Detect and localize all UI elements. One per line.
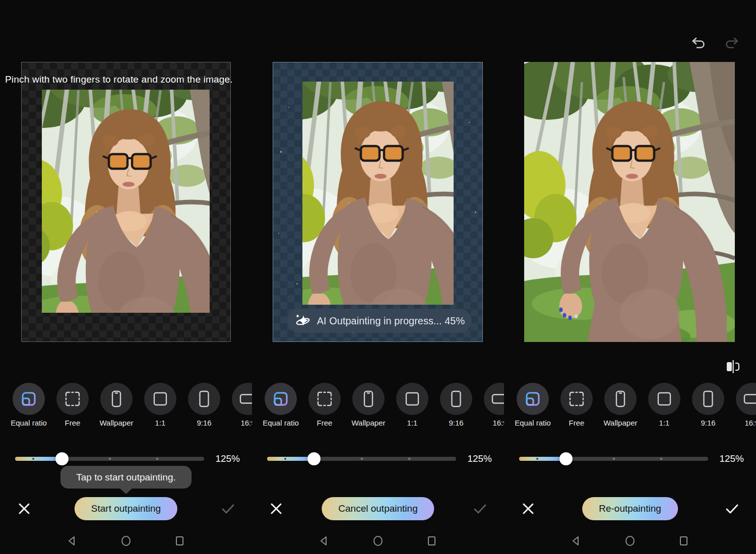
close-button[interactable] [13,497,36,520]
back-triangle-icon [67,535,78,546]
home-circle-icon [624,535,636,546]
equal-ratio-icon [265,383,297,415]
nav-recents-button[interactable] [174,535,186,547]
wallpaper-phone-icon [604,383,637,415]
aspect-ratio-row: Equal ratioFreeWallpaper1:19:1616:9 [252,383,504,433]
slider-detent-dot [109,458,111,460]
slider-detent-dot [536,458,538,460]
slider-detent-dot [361,458,363,460]
zoom-slider-thumb[interactable] [55,452,69,465]
landscape-ratio-icon [484,383,504,415]
close-icon [522,502,535,515]
check-icon [221,502,235,516]
nav-home-button[interactable] [120,535,132,547]
portrait-ratio-icon [440,383,472,415]
close-icon [270,502,283,515]
ratio-option-16-9[interactable]: 16:9 [484,383,504,433]
portrait-ratio-icon [692,383,724,415]
slider-detent-dot [32,458,34,460]
landscape-ratio-icon [232,383,252,415]
ratio-option-16-9[interactable]: 16:9 [736,383,756,433]
slider-detent-dot [284,458,286,460]
check-icon [473,502,487,516]
panel-outpainting-result: Equal ratioFreeWallpaper1:19:1616:9 125%… [504,0,756,554]
zoom-value: 125% [467,453,492,464]
square-ratio-icon [396,383,428,415]
nav-back-button[interactable] [318,535,330,547]
panel-before-outpainting: Pinch with two fingers to rotate and zoo… [0,0,252,554]
close-button[interactable] [517,497,540,520]
landscape-ratio-icon [736,383,756,415]
back-triangle-icon [571,535,582,546]
recents-square-icon [678,535,689,546]
confirm-button[interactable] [216,497,239,520]
zoom-value: 125% [719,453,744,464]
free-crop-icon [56,383,89,415]
equal-ratio-icon [517,383,549,415]
zoom-slider-thumb[interactable] [307,452,321,465]
free-crop-icon [560,383,593,415]
nav-home-button[interactable] [624,535,636,547]
zoom-value: 125% [215,453,240,464]
panel-outpainting-in-progress: AI Outpainting in progress... 45% Equal … [252,0,504,554]
re-outpainting-button[interactable]: Re-outpainting [582,497,678,520]
start-outpainting-button[interactable]: Start outpainting [75,497,177,520]
slider-detent-dot [408,458,410,460]
close-button[interactable] [265,497,288,520]
equal-ratio-icon [13,383,45,415]
ratio-option-label: 16:9 [215,419,252,427]
zoom-slider-thumb[interactable] [559,452,573,465]
back-triangle-icon [319,535,330,546]
cancel-outpainting-button[interactable]: Cancel outpainting [322,497,434,520]
free-crop-icon [308,383,341,415]
ratio-option-label: 16:9 [719,419,756,427]
nav-back-button[interactable] [570,535,582,547]
home-circle-icon [372,535,384,546]
tooltip-start-outpainting: Tap to start outpainting. [60,466,192,489]
ratio-option-label: 16:9 [467,419,504,427]
home-circle-icon [120,535,132,546]
galaxy-ai-icon [294,313,311,328]
outpainting-progress-toast: AI Outpainting in progress... 45% [287,309,472,333]
recents-square-icon [426,535,437,546]
slider-detent-dot [613,458,615,460]
slider-detent-dot [660,458,662,460]
photo-preview [302,82,454,305]
recents-square-icon [174,535,185,546]
progress-label: AI Outpainting in progress... 45% [317,315,465,327]
wallpaper-phone-icon [352,383,385,415]
close-icon [18,502,31,515]
confirm-button[interactable] [468,497,491,520]
square-ratio-icon [144,383,176,415]
slider-detent-dot [156,458,158,460]
nav-recents-button[interactable] [426,535,438,547]
confirm-button[interactable] [720,497,743,520]
nav-recents-button[interactable] [678,535,690,547]
check-icon [725,502,739,516]
aspect-ratio-row: Equal ratioFreeWallpaper1:19:1616:9 [504,383,756,433]
nav-home-button[interactable] [372,535,384,547]
compare-before-after-button[interactable] [726,359,741,375]
nav-back-button[interactable] [66,535,78,547]
aspect-ratio-row: Equal ratioFreeWallpaper1:19:1616:9 [0,383,252,433]
square-ratio-icon [648,383,680,415]
compare-split-icon [726,359,740,374]
outpainted-photo[interactable] [524,62,735,342]
outpainting-editor-screen: Pinch with two fingers to rotate and zoo… [0,0,756,554]
photo-preview[interactable] [42,90,210,313]
wallpaper-phone-icon [100,383,133,415]
pinch-hint-text: Pinch with two fingers to rotate and zoo… [5,74,233,85]
ratio-option-16-9[interactable]: 16:9 [232,383,252,433]
portrait-ratio-icon [188,383,220,415]
